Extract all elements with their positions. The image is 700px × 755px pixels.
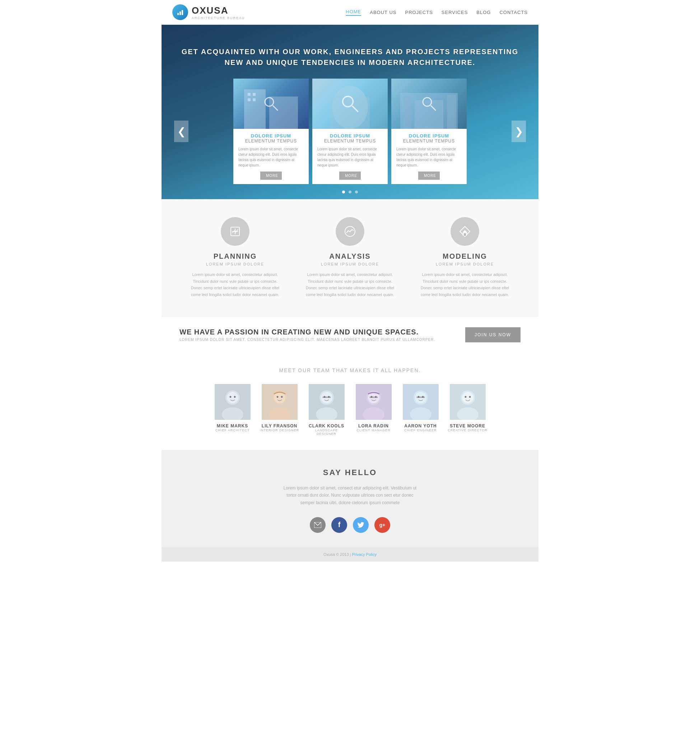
team-heading: MEET OUR TEAM THAT MAKES IT ALL HAPPEN. xyxy=(172,367,528,373)
steve-photo xyxy=(450,384,486,420)
lora-name: LORA RADIN xyxy=(353,423,394,429)
logo-subtitle: ARCHITECTURE BUREAU xyxy=(192,16,245,20)
analysis-desc: Lorem ipsum dolor sit amet, consectetur … xyxy=(303,271,397,298)
passion-section: WE HAVE A PASSION IN CREATING NEW AND UN… xyxy=(161,316,539,353)
lily-role: INTERIOR DESIGNER xyxy=(259,429,300,432)
modeling-desc: Lorem ipsum dolor sit amet, consectetur … xyxy=(418,271,511,298)
lora-role: CLIENT MANAGER xyxy=(353,429,394,432)
svg-rect-0 xyxy=(177,13,179,15)
email-icon[interactable] xyxy=(310,517,326,533)
card-title-gray-3: ELEMENTUM TEMPUS xyxy=(396,139,462,144)
services-section: PLANNING LOREM IPSUM DOLORE Lorem ipsum … xyxy=(161,199,539,316)
footer-privacy-link[interactable]: Privacy Policy xyxy=(352,552,377,557)
project-card-3: DOLORE IPSUM ELEMENTUM TEMPUS Lorem ipsu… xyxy=(391,79,467,184)
card-more-btn-3[interactable]: MORE xyxy=(418,172,440,180)
svg-point-3 xyxy=(265,98,273,106)
svg-point-59 xyxy=(422,396,423,398)
footer-brand: Oxusa xyxy=(323,552,335,557)
svg-point-37 xyxy=(277,396,278,398)
dot-3[interactable] xyxy=(355,190,358,193)
team-members-container: MIKE MARKS CHIEF ARCHITECT LILY FRANSON … xyxy=(172,384,528,436)
footer: Oxusa © 2013 | Privacy Policy xyxy=(161,547,539,562)
svg-rect-1 xyxy=(180,11,181,15)
card-title-blue-3: DOLORE IPSUM xyxy=(396,133,462,139)
team-member-lora: LORA RADIN CLIENT MANAGER xyxy=(353,384,394,436)
say-hello-section: SAY HELLO Lorem ipsum dolor sit amet, co… xyxy=(161,450,539,547)
card-image-2 xyxy=(312,79,388,129)
aaron-role: CHIEF ENGINEER xyxy=(400,429,441,432)
card-title-gray-1: ELEMENTUM TEMPUS xyxy=(238,139,304,144)
passion-headline: WE HAVE A PASSION IN CREATING NEW AND UN… xyxy=(180,328,435,336)
card-more-btn-1[interactable]: MORE xyxy=(260,172,282,180)
svg-rect-10 xyxy=(253,98,256,101)
svg-point-38 xyxy=(281,396,283,398)
card-content-2: DOLORE IPSUM ELEMENTUM TEMPUS Lorem ipsu… xyxy=(312,129,388,184)
team-member-mike: MIKE MARKS CHIEF ARCHITECT xyxy=(212,384,253,436)
googleplus-icon[interactable]: g+ xyxy=(374,517,390,533)
service-planning: PLANNING LOREM IPSUM DOLORE Lorem ipsum … xyxy=(178,217,292,298)
nav-blog[interactable]: BLOG xyxy=(477,10,491,15)
steve-name: STEVE MOORE xyxy=(447,423,488,429)
card-content-1: DOLORE IPSUM ELEMENTUM TEMPUS Lorem ipsu… xyxy=(233,129,309,184)
project-card-2: DOLORE IPSUM ELEMENTUM TEMPUS Lorem ipsu… xyxy=(312,79,388,184)
card-title-gray-2: ELEMENTUM TEMPUS xyxy=(317,139,383,144)
card-content-3: DOLORE IPSUM ELEMENTUM TEMPUS Lorem ipsu… xyxy=(391,129,467,184)
svg-point-45 xyxy=(328,396,330,398)
nav-about[interactable]: ABOUT US xyxy=(370,10,396,15)
mike-photo xyxy=(215,384,250,420)
svg-point-58 xyxy=(417,396,419,398)
svg-point-15 xyxy=(423,98,431,106)
main-nav: HOME ABOUT US PROJECTS SERVICES BLOG CON… xyxy=(346,9,528,16)
hero-section: GET ACQUAINTED WITH OUR WORK, ENGINEERS … xyxy=(161,25,539,199)
team-member-steve: STEVE MOORE CREATIVE DIRECTOR xyxy=(447,384,488,436)
carousel-next-button[interactable]: ❯ xyxy=(511,120,526,142)
mike-name: MIKE MARKS xyxy=(212,423,253,429)
svg-rect-26 xyxy=(464,233,466,236)
card-title-blue-1: DOLORE IPSUM xyxy=(238,133,304,139)
logo-area: OXUSA ARCHITECTURE BUREAU xyxy=(172,4,245,20)
svg-point-65 xyxy=(469,396,470,398)
service-analysis: ANALYSIS LOREM IPSUM DOLORE Lorem ipsum … xyxy=(292,217,408,298)
say-hello-text: Lorem ipsum dolor sit amet, consect etur… xyxy=(282,484,418,506)
svg-line-16 xyxy=(431,106,436,111)
planning-icon xyxy=(221,217,250,246)
mike-role: CHIEF ARCHITECT xyxy=(212,429,253,432)
analysis-title: ANALYSIS xyxy=(303,252,397,261)
carousel-prev-button[interactable]: ❮ xyxy=(174,120,189,142)
project-card: DOLORE IPSUM ELEMENTUM TEMPUS Lorem ipsu… xyxy=(233,79,309,184)
modeling-title: MODELING xyxy=(418,252,511,261)
say-hello-heading: SAY HELLO xyxy=(172,468,528,477)
twitter-icon[interactable] xyxy=(353,517,369,533)
svg-point-52 xyxy=(375,396,377,398)
logo-name: OXUSA xyxy=(192,5,245,16)
svg-point-64 xyxy=(464,396,466,398)
facebook-icon[interactable]: f xyxy=(331,517,347,533)
team-member-clark: CLARK KOOLS LANDSCAPE DESIGNER xyxy=(306,384,347,436)
modeling-subtitle: LOREM IPSUM DOLORE xyxy=(418,262,511,266)
nav-services[interactable]: SERVICES xyxy=(442,10,468,15)
svg-rect-7 xyxy=(248,93,250,96)
svg-rect-18 xyxy=(404,97,411,129)
hero-headline: GET ACQUAINTED WITH OUR WORK, ENGINEERS … xyxy=(172,39,528,79)
dot-2[interactable] xyxy=(348,190,352,193)
svg-rect-8 xyxy=(253,93,256,96)
carousel-dots xyxy=(172,184,528,199)
svg-rect-20 xyxy=(447,95,456,129)
nav-contacts[interactable]: CONTACTS xyxy=(499,10,528,15)
header: OXUSA ARCHITECTURE BUREAU HOME ABOUT US … xyxy=(161,0,539,25)
card-more-btn-2[interactable]: MORE xyxy=(339,172,361,180)
logo-text-container: OXUSA ARCHITECTURE BUREAU xyxy=(192,5,245,20)
svg-rect-9 xyxy=(248,98,250,101)
planning-title: PLANNING xyxy=(189,252,282,261)
dot-1[interactable] xyxy=(342,190,345,193)
card-title-blue-2: DOLORE IPSUM xyxy=(317,133,383,139)
nav-projects[interactable]: PROJECTS xyxy=(405,10,433,15)
svg-point-44 xyxy=(323,396,325,398)
nav-home[interactable]: HOME xyxy=(346,9,361,16)
analysis-icon xyxy=(336,217,364,246)
logo-icon xyxy=(172,4,188,20)
join-us-button[interactable]: JOIN US NOW xyxy=(465,327,520,342)
card-image-1 xyxy=(233,79,309,129)
team-section: MEET OUR TEAM THAT MAKES IT ALL HAPPEN. … xyxy=(161,353,539,450)
svg-point-63 xyxy=(462,392,473,403)
